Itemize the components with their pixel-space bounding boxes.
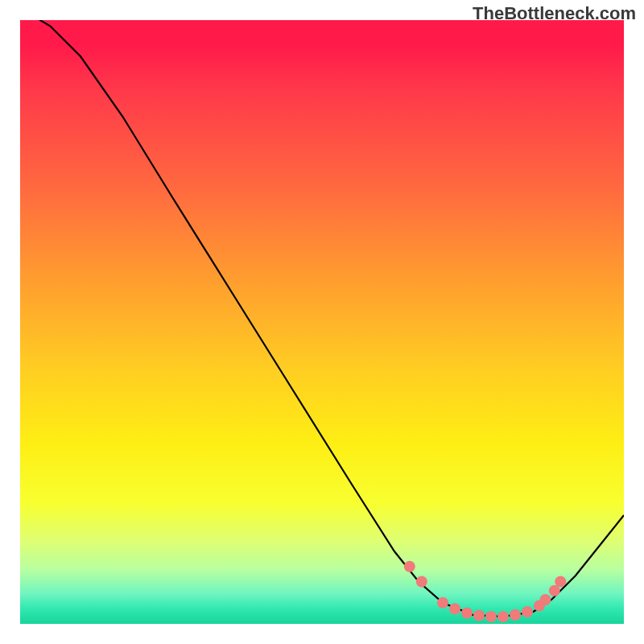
marker-dot bbox=[497, 611, 509, 622]
marker-dot bbox=[485, 611, 497, 622]
marker-dot bbox=[522, 606, 533, 617]
marker-dot bbox=[449, 603, 460, 614]
bottleneck-curve bbox=[20, 20, 624, 617]
marker-dot bbox=[437, 597, 448, 609]
marker-dot bbox=[555, 576, 566, 588]
marker-dot bbox=[461, 608, 473, 619]
chart-svg bbox=[20, 20, 624, 624]
marker-dot bbox=[540, 594, 551, 605]
marker-dot bbox=[473, 610, 485, 621]
marker-group bbox=[404, 561, 567, 622]
marker-dot bbox=[404, 561, 415, 572]
attribution-text: TheBottleneck.com bbox=[473, 3, 636, 24]
plot-area bbox=[20, 20, 624, 624]
marker-dot bbox=[510, 609, 521, 621]
marker-dot bbox=[416, 576, 427, 588]
